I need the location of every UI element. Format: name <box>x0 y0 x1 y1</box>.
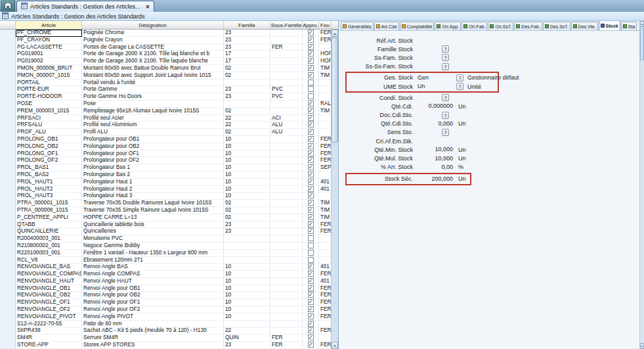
row-selector[interactable] <box>0 143 16 151</box>
cell-famille[interactable] <box>224 321 270 328</box>
cell-sous-famille[interactable] <box>270 151 303 158</box>
table-row[interactable]: PROL_HAUT3Prolongateur Haut 310✓ <box>0 193 331 200</box>
appro-checkbox[interactable]: ✓ <box>308 214 314 220</box>
appro-checkbox[interactable] <box>308 86 314 92</box>
cell-designation[interactable]: Renvoi Angle pour OB1 <box>82 285 224 292</box>
cell-article[interactable]: PROL_BAS2 <box>16 172 82 179</box>
cell-fournisseur[interactable]: FER <box>319 30 331 37</box>
table-row[interactable]: PROLONG_OF1Prolongateur pour OF110✓FER <box>0 151 331 158</box>
appro-checkbox[interactable]: ✓ <box>308 58 314 64</box>
cell-designation[interactable]: HOPPE CARRE L=13 <box>82 214 224 221</box>
table-row[interactable]: RENVOIANGLE_OF2Renvoi Angle pour OF210✓F… <box>0 306 331 314</box>
cell-designation[interactable]: Porte de Garage 2000 X 2100. Tôle laq bl… <box>82 51 224 58</box>
cell-sous-famille[interactable] <box>270 51 303 58</box>
cell-sous-famille[interactable] <box>270 243 303 250</box>
cell-famille[interactable]: 02 <box>224 65 270 72</box>
table-row[interactable]: S12-A-2222-70-55Patte de 60 mm✓ <box>0 321 331 328</box>
cell-sous-famille[interactable]: ALU <box>270 129 303 136</box>
tab-des-vte[interactable]: Des.Vte. <box>571 22 598 30</box>
row-selector[interactable] <box>0 86 16 93</box>
cell-article[interactable]: R210800002_001 <box>16 243 82 250</box>
cell-fournisseur[interactable] <box>319 93 331 101</box>
cell-sous-famille[interactable] <box>270 136 303 143</box>
cell-fournisseur[interactable]: FER <box>319 327 331 335</box>
panel-scroll-track[interactable] <box>640 61 644 343</box>
cell-fournisseur[interactable]: TIM <box>319 65 331 72</box>
cell-famille[interactable]: 23 <box>224 221 270 229</box>
field-value[interactable]: Gen <box>416 74 454 81</box>
cell-sous-famille[interactable] <box>270 221 303 229</box>
cell-fournisseur[interactable] <box>319 257 331 264</box>
cell-fournisseur[interactable]: RAL <box>319 101 331 108</box>
table-row[interactable]: PORTE-EURPorte Gamme23PVC <box>0 86 331 93</box>
appro-checkbox[interactable]: ✓ <box>308 314 314 319</box>
cell-article[interactable]: PROLONG_OB2 <box>16 143 82 151</box>
cell-sous-famille[interactable] <box>270 214 303 221</box>
row-selector[interactable] <box>0 108 16 115</box>
cell-famille[interactable] <box>224 243 270 250</box>
cell-designation[interactable]: Renvoi Angle BAS <box>82 264 224 271</box>
cell-famille[interactable]: 10 <box>224 314 270 321</box>
cell-article[interactable]: PF_CRAYON <box>16 37 82 44</box>
cell-famille[interactable]: 02 <box>224 200 270 207</box>
field-value[interactable]: Un <box>416 83 454 90</box>
cell-fournisseur[interactable]: FER <box>319 221 331 229</box>
cell-designation[interactable]: Prolongateur Haut 2 <box>82 186 224 193</box>
cell-article[interactable]: PREM_000003_1015 <box>16 108 82 115</box>
row-selector[interactable] <box>0 30 16 37</box>
appro-checkbox[interactable]: ✓ <box>308 264 314 269</box>
table-row[interactable]: PF_CRAYONPoignée Crayon23✓FER <box>0 37 331 44</box>
row-selector[interactable] <box>0 221 16 229</box>
cell-article[interactable]: RCL_V8 <box>16 257 82 264</box>
appro-checkbox[interactable]: ✓ <box>308 292 314 298</box>
table-row[interactable]: QTABBQuincaillerie tablette bois23✓FER <box>0 221 331 229</box>
cell-famille[interactable]: 23 <box>224 86 270 93</box>
appro-checkbox[interactable]: ✓ <box>308 44 314 50</box>
cell-fournisseur[interactable]: FER <box>319 285 331 292</box>
cell-sous-famille[interactable]: ACI <box>270 115 303 122</box>
cell-famille[interactable]: 02 <box>224 129 270 136</box>
cell-famille[interactable]: 10 <box>224 157 270 164</box>
row-selector[interactable] <box>0 93 16 101</box>
cell-article[interactable]: PG-LACASSETTE <box>16 44 82 51</box>
appro-checkbox[interactable] <box>308 250 314 256</box>
cell-fournisseur[interactable]: HOF <box>319 58 331 65</box>
grid-scroll-track[interactable] <box>332 143 338 342</box>
row-selector[interactable] <box>0 214 16 221</box>
cell-famille[interactable]: 10 <box>224 278 270 285</box>
cell-fournisseur[interactable] <box>319 129 331 136</box>
cell-designation[interactable]: Traverse 70x35 Double Rainures Laqué Ivo… <box>82 200 224 207</box>
cell-designation[interactable]: Renvoi Angle pour OF2 <box>82 306 224 314</box>
cell-article[interactable]: POSE <box>16 101 82 108</box>
field-value[interactable]: 200,000 <box>416 175 454 183</box>
row-selector[interactable] <box>0 193 16 200</box>
appro-checkbox[interactable]: ✓ <box>308 143 314 149</box>
cell-article[interactable]: RENVOIANGLE_BAS <box>16 264 82 271</box>
row-selector[interactable] <box>0 200 16 207</box>
lookup-button[interactable]: ? <box>442 112 449 119</box>
cell-sous-famille[interactable]: PVC <box>270 86 303 93</box>
cell-designation[interactable]: Quincailleries <box>82 228 224 235</box>
row-selector[interactable] <box>0 129 16 136</box>
cell-sous-famille[interactable] <box>270 235 303 243</box>
cell-designation[interactable]: Profilé seul Aluminium <box>82 122 224 129</box>
lookup-button[interactable]: ? <box>442 45 449 53</box>
tab-ori-app[interactable]: Ori.App. <box>435 22 461 30</box>
appro-checkbox[interactable]: ✓ <box>308 122 314 128</box>
cell-famille[interactable]: 23 <box>224 44 270 51</box>
appro-checkbox[interactable]: ✓ <box>308 157 314 163</box>
cell-sous-famille[interactable] <box>270 314 303 321</box>
cell-article[interactable]: RENVOIANGLE_HAUT <box>16 278 82 285</box>
appro-checkbox[interactable]: ✓ <box>308 193 314 198</box>
table-row[interactable]: PTRA_000008_1015Traverse 70x35 Simple Ra… <box>0 207 331 214</box>
table-row[interactable]: RENVOIANGLE_COMPASRenvoi Angle COMPAS10✓… <box>0 271 331 278</box>
appro-checkbox[interactable]: ✓ <box>308 136 314 142</box>
table-row[interactable]: PROLONG_OB2Prolongateur pour OB210✓FER <box>0 143 331 151</box>
cell-article[interactable]: PORTE-HODOOR <box>16 93 82 101</box>
cell-article[interactable]: PROL_BAS1 <box>16 164 82 172</box>
cell-designation[interactable]: Sachet ABC - Kit 5 pieds (meuble 70 à 12… <box>82 327 224 335</box>
cell-article[interactable]: PROL_HAUT1 <box>16 179 82 186</box>
cell-article[interactable]: PORTAIL <box>16 80 82 87</box>
cell-famille[interactable]: 10 <box>224 285 270 292</box>
cell-famille[interactable] <box>224 101 270 108</box>
